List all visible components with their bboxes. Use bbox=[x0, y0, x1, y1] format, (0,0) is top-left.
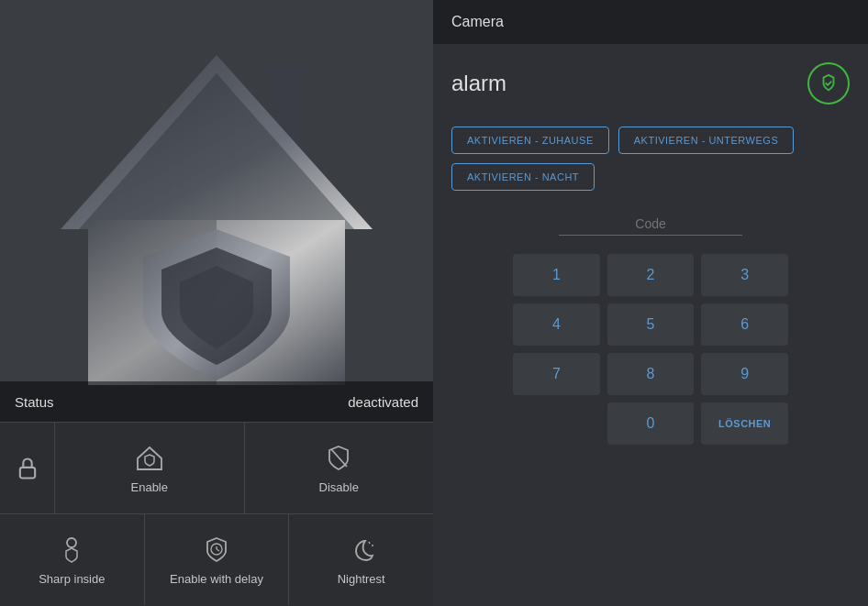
alarm-section: alarm AKTIVIEREN - ZUHAUSE AKTIVIEREN - … bbox=[433, 44, 868, 606]
svg-rect-1 bbox=[267, 68, 304, 79]
activate-buttons: AKTIVIEREN - ZUHAUSE AKTIVIEREN - UNTERW… bbox=[451, 127, 850, 191]
sharp-inside-label: Sharp inside bbox=[39, 572, 105, 586]
numpad-8[interactable]: 8 bbox=[607, 353, 695, 395]
status-value: deactivated bbox=[348, 394, 418, 410]
lock-button[interactable] bbox=[0, 423, 55, 513]
disable-label: Disable bbox=[319, 480, 359, 494]
house-image: Status deactivated bbox=[0, 0, 433, 422]
nightrest-button[interactable]: Nightrest bbox=[289, 514, 433, 605]
activate-away-button[interactable]: AKTIVIEREN - UNTERWEGS bbox=[618, 127, 794, 154]
svg-line-12 bbox=[369, 542, 370, 544]
numpad: 1 2 3 4 5 6 7 8 9 bbox=[513, 254, 788, 395]
activate-night-button[interactable]: AKTIVIEREN - NACHT bbox=[451, 163, 595, 191]
numpad-6[interactable]: 6 bbox=[701, 303, 788, 346]
status-bar: Status deactivated bbox=[0, 381, 433, 422]
numpad-3[interactable]: 3 bbox=[701, 254, 788, 296]
status-label: Status bbox=[15, 394, 54, 410]
svg-point-8 bbox=[67, 538, 76, 547]
right-panel: Camera alarm AKTIVIEREN - ZUHAUSE AKTIVI… bbox=[433, 0, 868, 606]
buttons-row-1: Enable Disable bbox=[0, 422, 433, 513]
svg-line-7 bbox=[331, 449, 347, 467]
numpad-2[interactable]: 2 bbox=[607, 254, 695, 296]
enable-label: Enable bbox=[131, 480, 168, 494]
alarm-row: alarm bbox=[451, 62, 850, 105]
nightrest-label: Nightrest bbox=[338, 572, 385, 586]
empty-cell bbox=[513, 402, 600, 445]
activate-home-button[interactable]: AKTIVIEREN - ZUHAUSE bbox=[451, 127, 609, 154]
alarm-title: alarm bbox=[451, 71, 506, 96]
code-input[interactable] bbox=[559, 213, 742, 236]
numpad-0[interactable]: 0 bbox=[607, 402, 695, 445]
enable-button[interactable]: Enable bbox=[55, 423, 245, 513]
numpad-1[interactable]: 1 bbox=[513, 254, 600, 296]
buttons-row-2: Sharp inside Enable with delay Nightrest bbox=[0, 513, 433, 605]
camera-title: Camera bbox=[451, 14, 504, 30]
code-input-container bbox=[451, 213, 850, 236]
left-panel: Status deactivated Enable bbox=[0, 0, 433, 606]
svg-marker-3 bbox=[79, 73, 354, 229]
enable-with-delay-button[interactable]: Enable with delay bbox=[145, 514, 290, 605]
svg-line-11 bbox=[217, 549, 219, 551]
camera-header: Camera bbox=[433, 0, 868, 44]
numpad-4[interactable]: 4 bbox=[513, 303, 600, 346]
enable-with-delay-label: Enable with delay bbox=[170, 572, 263, 586]
numpad-bottom: 0 LÖSCHEN bbox=[513, 402, 788, 445]
numpad-9[interactable]: 9 bbox=[701, 353, 788, 395]
numpad-5[interactable]: 5 bbox=[607, 303, 695, 346]
delete-button[interactable]: LÖSCHEN bbox=[701, 402, 788, 445]
disable-button[interactable]: Disable bbox=[245, 423, 434, 513]
sharp-inside-button[interactable]: Sharp inside bbox=[0, 514, 145, 605]
status-circle-button[interactable] bbox=[807, 62, 850, 105]
numpad-7[interactable]: 7 bbox=[513, 353, 600, 395]
svg-rect-6 bbox=[19, 467, 34, 478]
